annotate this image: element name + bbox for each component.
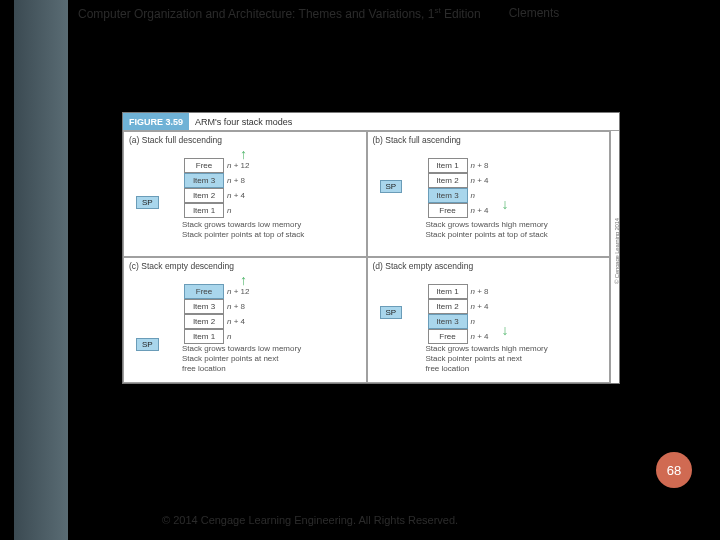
growth-arrow-icon: ↑ (240, 146, 247, 162)
memory-row: Item 2n + 4 (184, 314, 360, 329)
memory-row: Freen + 12 (184, 158, 360, 173)
memory-address: n + 8 (227, 302, 245, 311)
memory-address: n + 4 (471, 176, 489, 185)
memory-row: Item 1n (184, 329, 360, 344)
cell-caption: Stack grows towards low memory Stack poi… (182, 220, 304, 240)
memory-address: n + 4 (471, 206, 489, 215)
memory-cell: Item 3 (428, 314, 468, 329)
memory-cell: Free (184, 158, 224, 173)
memory-row: Item 3n (428, 314, 604, 329)
memory-address: n + 8 (471, 287, 489, 296)
memory-cell: Item 3 (428, 188, 468, 203)
book-title: Computer Organization and Architecture: … (78, 6, 481, 21)
growth-arrow-icon: ↓ (502, 196, 509, 212)
memory-row: Freen + 12 (184, 284, 360, 299)
cell-caption: Stack grows towards high memory Stack po… (426, 220, 548, 240)
side-accent-bar (14, 0, 68, 540)
memory-address: n + 4 (471, 302, 489, 311)
memory-cell: Item 1 (184, 329, 224, 344)
memory-address: n + 12 (227, 161, 249, 170)
cell-label: (c) Stack empty descending (129, 261, 234, 271)
book-title-prefix: Computer Organization and Architecture: … (78, 7, 434, 21)
stack-pointer-label: SP (380, 306, 403, 319)
cell-label: (d) Stack empty ascending (373, 261, 474, 271)
cell-caption: Stack grows towards high memory Stack po… (426, 344, 548, 374)
slide-footer: © 2014 Cengage Learning Engineering. All… (162, 514, 458, 526)
memory-row: Freen + 4 (428, 329, 604, 344)
growth-arrow-icon: ↓ (502, 322, 509, 338)
figure-grid: (a) Stack full descendingFreen + 12Item … (123, 131, 611, 383)
memory-cell: Item 1 (428, 158, 468, 173)
figure-number: FIGURE 3.59 (123, 113, 189, 130)
memory-cell: Free (184, 284, 224, 299)
memory-cell: Item 2 (428, 299, 468, 314)
figure-3-59: FIGURE 3.59 ARM's four stack modes (a) S… (122, 112, 620, 384)
memory-address: n + 4 (227, 191, 245, 200)
memory-cell: Item 1 (428, 284, 468, 299)
memory-cell: Item 1 (184, 203, 224, 218)
cell-d: (d) Stack empty ascendingItem 1n + 8Item… (367, 257, 611, 383)
figure-copyright: © Cengage Learning 2014 (614, 218, 620, 284)
memory-row: Item 1n + 8 (428, 158, 604, 173)
cell-label: (a) Stack full descending (129, 135, 222, 145)
memory-address: n + 8 (471, 161, 489, 170)
memory-cell: Item 2 (184, 188, 224, 203)
memory-address: n + 4 (227, 317, 245, 326)
cell-label: (b) Stack full ascending (373, 135, 461, 145)
memory-address: n (471, 191, 475, 200)
memory-block: Item 1n + 8Item 2n + 4Item 3nFreen + 4 (428, 158, 604, 218)
memory-row: Item 1n + 8 (428, 284, 604, 299)
memory-cell: Item 2 (184, 314, 224, 329)
cell-b: (b) Stack full ascendingItem 1n + 8Item … (367, 131, 611, 257)
memory-row: Item 3n (428, 188, 604, 203)
memory-address: n (227, 332, 231, 341)
memory-address: n (227, 206, 231, 215)
memory-row: Freen + 4 (428, 203, 604, 218)
memory-cell: Item 3 (184, 299, 224, 314)
memory-block: Item 1n + 8Item 2n + 4Item 3nFreen + 4 (428, 284, 604, 344)
memory-block: Freen + 12Item 3n + 8Item 2n + 4Item 1n (184, 284, 360, 344)
memory-block: Freen + 12Item 3n + 8Item 2n + 4Item 1n (184, 158, 360, 218)
slide-header: Computer Organization and Architecture: … (78, 6, 559, 21)
memory-cell: Item 2 (428, 173, 468, 188)
stack-pointer-label: SP (136, 338, 159, 351)
cell-c: (c) Stack empty descendingFreen + 12Item… (123, 257, 367, 383)
memory-cell: Item 3 (184, 173, 224, 188)
memory-row: Item 2n + 4 (184, 188, 360, 203)
cell-caption: Stack grows towards low memory Stack poi… (182, 344, 301, 374)
figure-title-row: FIGURE 3.59 ARM's four stack modes (123, 113, 619, 131)
memory-row: Item 3n + 8 (184, 173, 360, 188)
memory-row: Item 2n + 4 (428, 173, 604, 188)
memory-address: n (471, 317, 475, 326)
page-number-badge: 68 (656, 452, 692, 488)
growth-arrow-icon: ↑ (240, 272, 247, 288)
memory-address: n + 4 (471, 332, 489, 341)
memory-row: Item 2n + 4 (428, 299, 604, 314)
figure-title: ARM's four stack modes (189, 117, 292, 127)
memory-cell: Free (428, 203, 468, 218)
stack-pointer-label: SP (380, 180, 403, 193)
book-title-suffix: Edition (441, 7, 481, 21)
cell-a: (a) Stack full descendingFreen + 12Item … (123, 131, 367, 257)
memory-row: Item 1n (184, 203, 360, 218)
memory-row: Item 3n + 8 (184, 299, 360, 314)
memory-address: n + 12 (227, 287, 249, 296)
memory-cell: Free (428, 329, 468, 344)
stack-pointer-label: SP (136, 196, 159, 209)
memory-address: n + 8 (227, 176, 245, 185)
author-name: Clements (509, 6, 560, 21)
